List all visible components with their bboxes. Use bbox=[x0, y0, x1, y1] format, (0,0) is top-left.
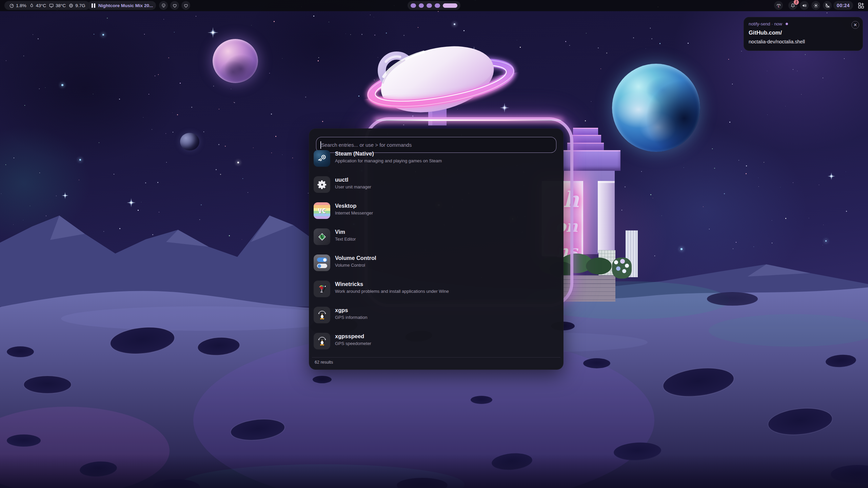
workspace-dot-active[interactable] bbox=[443, 3, 457, 8]
neon-sign-tube bbox=[376, 119, 561, 121]
gear-app-icon bbox=[314, 176, 330, 193]
app-name: xgps bbox=[335, 307, 559, 313]
app-description: Work around problems and install applica… bbox=[335, 289, 559, 294]
tux-app-icon bbox=[314, 333, 330, 349]
chip-icon bbox=[68, 3, 74, 8]
vesktop-app-icon: VC bbox=[314, 202, 330, 219]
workspace-dot[interactable] bbox=[427, 3, 432, 8]
memory-stat: 9.7G bbox=[68, 3, 85, 8]
app-name: Volume Control bbox=[335, 255, 559, 261]
notification-source-time: notify-send · now bbox=[749, 21, 782, 26]
app-description: Application for managing and playing gam… bbox=[335, 158, 559, 163]
winetricks-icon bbox=[317, 284, 328, 294]
flame-icon bbox=[29, 3, 34, 8]
app-description: GPS information bbox=[335, 315, 559, 320]
app-name: Vim bbox=[335, 228, 559, 235]
tux-app-icon bbox=[314, 307, 330, 323]
gpu-temp-stat: 38°C bbox=[49, 3, 66, 8]
cafe-roof-step bbox=[570, 135, 601, 143]
notification-count-badge: 2 bbox=[794, 0, 799, 5]
launcher-result-item[interactable]: VC Vesktop Internet Messenger bbox=[314, 202, 559, 225]
night-light-button[interactable] bbox=[823, 1, 832, 10]
workspace-dot[interactable] bbox=[411, 3, 416, 8]
notification-close-button[interactable]: ✕ bbox=[851, 21, 859, 29]
tux-gps-icon bbox=[317, 336, 328, 347]
skull-icon bbox=[161, 3, 166, 8]
brightness-button[interactable] bbox=[811, 1, 820, 10]
heart-icon bbox=[172, 3, 178, 8]
cafe-roof-step bbox=[573, 128, 598, 135]
app-description: GPS speedometer bbox=[335, 341, 559, 346]
steam-app-icon bbox=[314, 150, 330, 167]
desktop: h on ns 1.8% bbox=[0, 0, 868, 488]
tray-heart-button[interactable] bbox=[181, 1, 190, 10]
cpu-temp-stat: 43°C bbox=[29, 3, 46, 8]
sun-icon bbox=[813, 3, 819, 8]
app-description: Text Editor bbox=[335, 237, 559, 242]
steam-icon bbox=[317, 153, 328, 164]
workspace-dot[interactable] bbox=[419, 3, 424, 8]
app-grid-button[interactable] bbox=[857, 2, 865, 9]
tray-skull-button[interactable] bbox=[159, 1, 168, 10]
launcher-result-item[interactable]: Volume Control Volume Control bbox=[314, 255, 559, 277]
results-count: 62 results bbox=[315, 360, 333, 365]
volume-button[interactable] bbox=[800, 1, 809, 10]
vim-icon: V bbox=[317, 231, 328, 242]
close-icon: ✕ bbox=[853, 22, 857, 27]
vim-app-icon: V bbox=[314, 228, 330, 245]
cpu-usage-stat: 1.8% bbox=[9, 3, 26, 8]
grid-plus-icon bbox=[857, 2, 865, 9]
launcher-result-item[interactable]: V Vim Text Editor bbox=[314, 228, 559, 251]
speaker-icon bbox=[802, 3, 807, 8]
unread-dot bbox=[786, 23, 788, 25]
media-title: Nightcore Music Mix 20... bbox=[98, 3, 153, 8]
launcher-result-item[interactable]: Steam (Native) Application for managing … bbox=[314, 150, 559, 172]
notification-header: notify-send · now bbox=[749, 21, 788, 26]
display-icon bbox=[49, 3, 54, 8]
gear-icon bbox=[317, 179, 328, 190]
notification-title: GitHub.com/ bbox=[749, 29, 782, 36]
notification-body: noctalia-dev/noctalia.shell bbox=[749, 39, 805, 44]
top-bar: 1.8% 43°C 38°C 9.7G Nightcore Music Mix … bbox=[0, 0, 868, 11]
notifications-button[interactable]: 2 bbox=[788, 1, 797, 10]
bush bbox=[586, 258, 612, 274]
app-name: Vesktop bbox=[335, 202, 559, 209]
launcher-footer-divider bbox=[312, 357, 560, 358]
launcher-result-item[interactable]: xgpsspeed GPS speedometer bbox=[314, 333, 559, 355]
media-player-widget[interactable]: Nightcore Music Mix 20... bbox=[87, 1, 156, 10]
tux-gps-icon bbox=[317, 310, 328, 321]
flower-cluster bbox=[612, 258, 632, 279]
moon-slash-icon bbox=[825, 3, 830, 8]
app-name: xgpsspeed bbox=[335, 333, 559, 340]
winetricks-app-icon bbox=[314, 281, 330, 297]
system-stats-widget[interactable]: 1.8% 43°C 38°C 9.7G bbox=[4, 1, 90, 10]
notification-card[interactable]: notify-send · now ✕ GitHub.com/ noctalia… bbox=[744, 17, 863, 51]
app-launcher: Steam (Native) Application for managing … bbox=[309, 128, 564, 370]
gauge-icon bbox=[9, 3, 14, 8]
workspace-dot[interactable] bbox=[435, 3, 440, 8]
cafe-pillar bbox=[598, 181, 615, 253]
launcher-result-item[interactable]: Winetricks Work around problems and inst… bbox=[314, 281, 559, 303]
launcher-result-item[interactable]: xgps GPS information bbox=[314, 307, 559, 329]
app-name: uuctl bbox=[335, 176, 559, 183]
app-name: Winetricks bbox=[335, 281, 559, 287]
app-description: User unit manager bbox=[335, 184, 559, 189]
svg-text:V: V bbox=[320, 234, 324, 240]
app-name: Steam (Native) bbox=[335, 150, 559, 157]
workspace-indicator[interactable] bbox=[408, 1, 460, 10]
svg-text:C: C bbox=[778, 5, 780, 8]
launcher-result-item[interactable]: uuctl User unit manager bbox=[314, 176, 559, 199]
volume-app-icon bbox=[314, 255, 330, 271]
heart-icon bbox=[183, 3, 189, 8]
clock-widget[interactable]: 00:24 bbox=[833, 1, 853, 10]
tray-app-icon: C bbox=[776, 3, 782, 8]
app-description: Volume Control bbox=[335, 263, 559, 268]
tray-misc-button[interactable]: C bbox=[774, 1, 783, 10]
tray-heart-button[interactable] bbox=[170, 1, 179, 10]
launcher-results-list: Steam (Native) Application for managing … bbox=[314, 150, 559, 359]
app-description: Internet Messenger bbox=[335, 210, 559, 216]
pause-icon bbox=[92, 3, 95, 8]
